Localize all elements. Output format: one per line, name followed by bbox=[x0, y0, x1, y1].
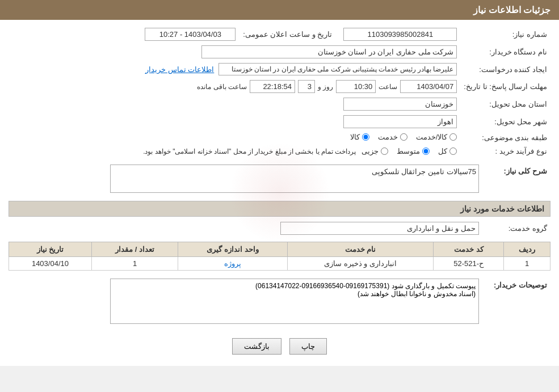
need-description-cell: 75سیالات تامین جراثقال تلسکوپی bbox=[9, 162, 482, 195]
creator-label: ایجاد کننده درخواست: bbox=[460, 61, 550, 78]
col-service-name: نام خدمت bbox=[287, 242, 433, 257]
col-unit: واحد اندازه گیری bbox=[178, 242, 287, 257]
need-description-row: شرح کلی نیاز: 75سیالات تامین جراثقال تلس… bbox=[9, 162, 550, 195]
need-description-label: شرح کلی نیاز: bbox=[482, 162, 550, 195]
form-row-province: استان محل تحویل: خوزستان bbox=[9, 95, 550, 113]
radio-moutasat-input[interactable] bbox=[422, 147, 430, 155]
radio-kol-input[interactable] bbox=[449, 147, 457, 155]
city-label: شهر محل تحویل: bbox=[460, 113, 550, 130]
page-title: جزئیات اطلاعات نیاز bbox=[473, 5, 550, 15]
radio-khedmat-label: خدمت bbox=[378, 133, 398, 141]
time-label: ساعت bbox=[379, 83, 397, 91]
cell-quantity: 1 bbox=[91, 257, 178, 271]
need-number-value: 1103093985002841 bbox=[335, 26, 460, 43]
button-bar: چاپ بازگشت bbox=[9, 332, 550, 360]
category-radio-group: کالا/خدمت خدمت کالا bbox=[350, 133, 457, 141]
radio-jozi[interactable]: جزیی bbox=[362, 147, 388, 155]
back-button[interactable]: بازگشت bbox=[232, 338, 281, 355]
cell-service-name: انبارداری و ذخیره سازی bbox=[287, 257, 433, 271]
form-row-deadline: مهلت ارسال پاسخ: تا تاریخ: 1403/04/07 سا… bbox=[9, 78, 550, 95]
creator-input: علیرضا بهادر رئیس خدمات پشتیبانی شرکت مل… bbox=[218, 63, 457, 75]
response-deadline-label: مهلت ارسال پاسخ: تا تاریخ: bbox=[460, 78, 550, 95]
cell-row-num: 1 bbox=[504, 257, 550, 271]
province-label: استان محل تحویل: bbox=[460, 95, 550, 113]
form-row-buyer: نام دستگاه خریدار: شرکت ملی حفاری ایران … bbox=[9, 43, 550, 61]
buyer-desc-row: توصیحات خریدار: bbox=[9, 276, 550, 328]
form-row-category: طبقه بندی موضوعی: کالا/خدمت خدمت bbox=[9, 130, 550, 145]
services-table-header-row: ردیف کد خدمت نام خدمت واحد اندازه گیری ت… bbox=[9, 242, 550, 257]
category-label: طبقه بندی موضوعی: bbox=[460, 130, 550, 145]
col-need-date: تاریخ نیاز bbox=[9, 242, 92, 257]
radio-moutasat[interactable]: متوسط bbox=[397, 147, 430, 155]
need-number-input: 1103093985002841 bbox=[343, 28, 457, 41]
print-button[interactable]: چاپ bbox=[289, 338, 327, 355]
form-row-1: شماره نیاز: 1103093985002841 تاریخ و ساع… bbox=[9, 26, 550, 43]
city-input: اهواز bbox=[343, 115, 457, 128]
radio-kala-input[interactable] bbox=[362, 133, 369, 141]
table-row: 1 ح-521-52 انبارداری و ذخیره سازی پروژه … bbox=[9, 257, 550, 271]
province-input: خوزستان bbox=[343, 98, 457, 111]
response-date-input: 1403/04/07 bbox=[400, 80, 457, 93]
remaining-label: ساعت باقی مانده bbox=[197, 83, 247, 91]
response-days-input: 3 bbox=[298, 80, 315, 93]
buyer-desc-table: توصیحات خریدار: bbox=[9, 276, 550, 328]
radio-kala-khedmat[interactable]: کالا/خدمت bbox=[416, 133, 457, 141]
radio-kala-khedmat-label: کالا/خدمت bbox=[416, 133, 448, 141]
need-number-label: شماره نیاز: bbox=[460, 26, 550, 43]
response-time-input: 10:30 bbox=[336, 80, 376, 93]
purchase-type-note: پرداخت تمام یا بخشی از مبلغ خریدار از مح… bbox=[143, 147, 356, 155]
service-group-cell: حمل و نقل و انبارداری bbox=[9, 220, 482, 237]
service-group-row: گروه خدمت: حمل و نقل و انبارداری bbox=[9, 220, 550, 237]
announcement-datetime-label: تاریخ و ساعت اعلان عمومی: bbox=[239, 26, 335, 43]
purchase-type-radio-group: کل متوسط جزیی bbox=[362, 147, 457, 155]
service-group-label: گروه خدمت: bbox=[482, 220, 550, 237]
city-cell: اهواز bbox=[9, 113, 460, 130]
need-description-box: 75سیالات تامین جراثقال تلسکوپی bbox=[110, 165, 479, 193]
announcement-datetime-value: 1403/04/03 - 10:27 bbox=[9, 26, 239, 43]
buyer-desc-textarea[interactable] bbox=[110, 279, 479, 324]
purchase-type-cell: کل متوسط جزیی bbox=[9, 145, 460, 158]
radio-kol[interactable]: کل bbox=[438, 147, 457, 155]
response-remaining-input: 22:18:54 bbox=[250, 80, 295, 93]
need-description-label-text: شرح کلی نیاز: bbox=[503, 167, 547, 175]
services-table-head: ردیف کد خدمت نام خدمت واحد اندازه گیری ت… bbox=[9, 242, 550, 257]
radio-kala-label: کالا bbox=[350, 133, 360, 141]
radio-khedmat[interactable]: خدمت bbox=[378, 133, 407, 141]
category-cell: کالا/خدمت خدمت کالا bbox=[9, 130, 460, 145]
cell-need-date: 1403/04/10 bbox=[9, 257, 92, 271]
service-group-input: حمل و نقل و انبارداری bbox=[280, 222, 479, 235]
buyer-desc-label: توصیحات خریدار: bbox=[482, 276, 550, 328]
form-row-purchase-type: نوع فرآیند خرید : کل متوسط bbox=[9, 145, 550, 158]
services-data-table: ردیف کد خدمت نام خدمت واحد اندازه گیری ت… bbox=[9, 242, 550, 271]
buyer-org-label: نام دستگاه خریدار: bbox=[460, 43, 550, 61]
radio-kala[interactable]: کالا bbox=[350, 133, 369, 141]
main-form-table: شماره نیاز: 1103093985002841 تاریخ و ساع… bbox=[9, 26, 550, 158]
form-row-city: شهر محل تحویل: اهواز bbox=[9, 113, 550, 130]
col-service-code: کد خدمت bbox=[434, 242, 504, 257]
buyer-org-cell: شرکت ملی حفاری ایران در استان خوزستان bbox=[9, 43, 460, 61]
page-container: جزئیات اطلاعات نیاز شماره نیاز: 11030939… bbox=[0, 0, 559, 366]
col-quantity: تعداد / مقدار bbox=[91, 242, 178, 257]
radio-jozi-input[interactable] bbox=[381, 147, 388, 155]
radio-moutasat-label: متوسط bbox=[397, 147, 420, 155]
radio-kol-label: کل bbox=[438, 147, 447, 155]
province-cell: خوزستان bbox=[9, 95, 460, 113]
buyer-desc-label-text: توصیحات خریدار: bbox=[494, 281, 547, 289]
radio-khedmat-input[interactable] bbox=[400, 133, 407, 141]
radio-kala-khedmat-input[interactable] bbox=[449, 133, 457, 141]
cell-unit: پروژه bbox=[178, 257, 287, 271]
days-label: روز و bbox=[318, 83, 333, 91]
radio-jozi-label: جزیی bbox=[362, 147, 379, 155]
buyer-org-input: شرکت ملی حفاری ایران در استان خوزستان bbox=[201, 45, 457, 58]
service-section-title: اطلاعات خدمات مورد نیاز bbox=[9, 201, 550, 217]
need-description-table: شرح کلی نیاز: 75سیالات تامین جراثقال تلس… bbox=[9, 162, 550, 195]
creator-cell: علیرضا بهادر رئیس خدمات پشتیبانی شرکت مل… bbox=[9, 61, 460, 78]
cell-service-code: ح-521-52 bbox=[434, 257, 504, 271]
purchase-type-label: نوع فرآیند خرید : bbox=[460, 145, 550, 158]
service-group-table: گروه خدمت: حمل و نقل و انبارداری bbox=[9, 220, 550, 237]
page-header: جزئیات اطلاعات نیاز bbox=[0, 0, 559, 20]
contact-link[interactable]: اطلاعات تماس خریدار bbox=[145, 65, 214, 74]
response-deadline-cell: 1403/04/07 ساعت 10:30 روز و 3 22:18:54 س… bbox=[9, 78, 460, 95]
col-row-num: ردیف bbox=[504, 242, 550, 257]
services-table-body: 1 ح-521-52 انبارداری و ذخیره سازی پروژه … bbox=[9, 257, 550, 271]
